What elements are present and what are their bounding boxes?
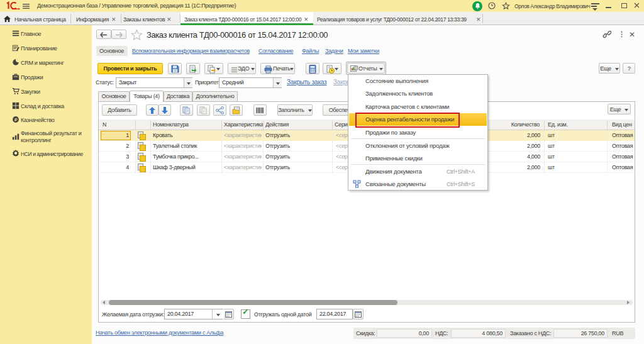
svg-text:₽: ₽ — [14, 117, 18, 123]
